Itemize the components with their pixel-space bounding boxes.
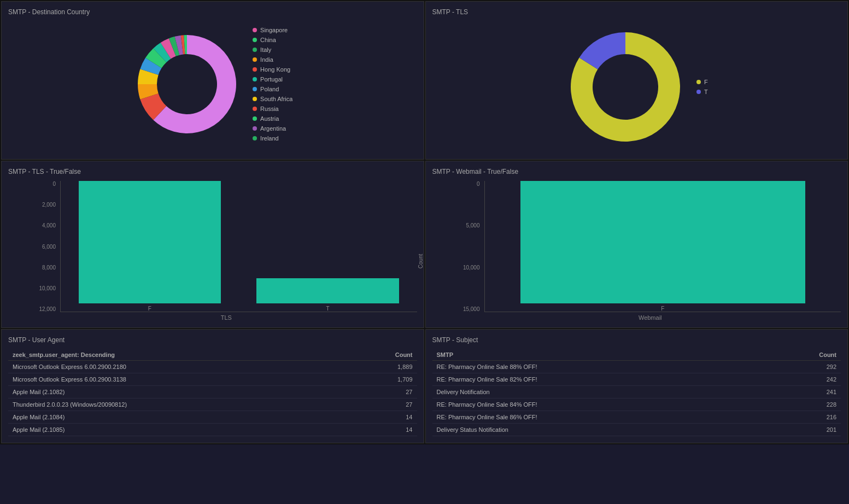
user-agent-label: Apple Mail (2.1084) <box>8 411 346 424</box>
subject-label: RE: Pharmacy Online Sale 86% OFF! <box>432 411 762 424</box>
destination-country-chart: SingaporeChinaItalyIndiaHong KongPortuga… <box>8 21 417 147</box>
tls-title: SMTP - TLS <box>432 8 841 16</box>
tls-bar-chart-container: 12,000 10,000 8,000 6,000 4,000 2,000 0 … <box>36 181 417 312</box>
table-row: RE: Pharmacy Online Sale 86% OFF!216 <box>432 411 841 424</box>
subject-table-body: RE: Pharmacy Online Sale 88% OFF!292RE: … <box>432 361 841 436</box>
legend-item: F <box>696 79 708 85</box>
table-row: Microsoft Outlook Express 6.00.2900.3138… <box>8 373 417 386</box>
legend-dot <box>253 116 257 121</box>
legend-item: Argentina <box>253 125 292 132</box>
legend-item: Singapore <box>253 27 292 33</box>
webmail-bar-x-label: Webmail <box>460 314 841 321</box>
legend-label: India <box>260 56 273 63</box>
tls-bar-chart-inner: 12,000 10,000 8,000 6,000 4,000 2,000 0 … <box>36 181 417 312</box>
table-row: Microsoft Outlook Express 6.00.2900.2180… <box>8 361 417 373</box>
legend-item: Italy <box>253 46 292 53</box>
user-agent-label: Microsoft Outlook Express 6.00.2900.3138 <box>8 373 346 386</box>
destination-country-panel: SMTP - Destination Country SingaporeChin… <box>1 1 424 160</box>
user-agent-title: SMTP - User Agent <box>8 336 417 344</box>
legend-item: Russia <box>253 106 292 112</box>
webmail-bar-group-f: F <box>485 181 841 312</box>
subject-label: RE: Pharmacy Online Sale 88% OFF! <box>432 361 762 373</box>
user-agent-count: 1,889 <box>346 361 417 373</box>
webmail-bar-chart-container: 15,000 10,000 5,000 0 F <box>460 181 841 312</box>
user-agent-table-header: zeek_smtp.user_agent: Descending Count <box>8 349 417 361</box>
user-agent-label: Apple Mail (2.1082) <box>8 386 346 398</box>
tls-bar-f <box>79 181 221 303</box>
legend-label: Ireland <box>260 135 279 142</box>
legend-label: Singapore <box>260 27 288 33</box>
webmail-bar-chart-outer: Count 15,000 10,000 5,000 0 F <box>432 181 841 321</box>
legend-label: Italy <box>260 46 271 53</box>
table-row: Apple Mail (2.1085)14 <box>8 424 417 436</box>
user-agent-panel: SMTP - User Agent zeek_smtp.user_agent: … <box>1 329 424 443</box>
tls-bar-panel: SMTP - TLS - True/False Count 12,000 10,… <box>1 161 424 328</box>
subject-title: SMTP - Subject <box>432 336 841 344</box>
legend-dot <box>253 28 257 32</box>
legend-label: Portugal <box>260 76 283 83</box>
legend-dot <box>253 97 257 101</box>
legend-item: Poland <box>253 86 292 92</box>
user-agent-count: 27 <box>346 398 417 411</box>
table-row: Delivery Notification241 <box>432 386 841 398</box>
subject-label: RE: Pharmacy Online Sale 84% OFF! <box>432 398 762 411</box>
tls-bar-t-label: T <box>326 306 330 312</box>
legend-dot <box>253 107 257 111</box>
subject-col1-header: SMTP <box>432 349 762 361</box>
user-agent-label: Microsoft Outlook Express 6.00.2900.2180 <box>8 361 346 373</box>
legend-label: China <box>260 37 276 43</box>
user-agent-table-body: Microsoft Outlook Express 6.00.2900.2180… <box>8 361 417 436</box>
subject-count: 241 <box>762 386 841 398</box>
subject-label: Delivery Notification <box>432 386 762 398</box>
legend-dot <box>253 67 257 72</box>
legend-label: Austria <box>260 115 279 122</box>
tls-bars-area: F T <box>60 181 417 312</box>
table-row: RE: Pharmacy Online Sale 82% OFF!242 <box>432 373 841 386</box>
destination-country-legend: SingaporeChinaItalyIndiaHong KongPortuga… <box>253 27 292 142</box>
tls-donut <box>565 27 686 147</box>
legend-item: Portugal <box>253 76 292 83</box>
legend-label: Argentina <box>260 125 286 132</box>
tls-chart: FT <box>432 21 841 153</box>
legend-item: South Africa <box>253 96 292 102</box>
user-agent-label: Thunderbird 2.0.0.23 (Windows/20090812) <box>8 398 346 411</box>
tls-bar-chart-outer: Count 12,000 10,000 8,000 6,000 4,000 2,… <box>8 181 417 321</box>
webmail-bar-f <box>520 181 805 303</box>
webmail-bar-y-axis: 15,000 10,000 5,000 0 <box>460 181 484 312</box>
legend-item: India <box>253 56 292 63</box>
subject-count: 216 <box>762 411 841 424</box>
webmail-bar-panel: SMTP - Webmail - True/False Count 15,000… <box>425 161 848 328</box>
tls-bar-group-f: F <box>61 181 239 312</box>
legend-dot <box>696 90 701 94</box>
destination-country-donut <box>132 30 242 139</box>
legend-item: Hong Kong <box>253 66 292 73</box>
subject-count: 201 <box>762 424 841 436</box>
webmail-bar-chart-inner: 15,000 10,000 5,000 0 F <box>460 181 841 312</box>
subject-label: RE: Pharmacy Online Sale 82% OFF! <box>432 373 762 386</box>
user-agent-count: 14 <box>346 424 417 436</box>
dashboard: SMTP - Destination Country SingaporeChin… <box>0 0 849 444</box>
legend-label: Russia <box>260 106 279 112</box>
legend-dot <box>253 87 257 91</box>
subject-count: 228 <box>762 398 841 411</box>
legend-label: F <box>704 79 708 85</box>
subject-table: SMTP Count RE: Pharmacy Online Sale 88% … <box>432 349 841 436</box>
tls-bar-f-label: F <box>148 306 151 312</box>
legend-label: South Africa <box>260 96 292 102</box>
subject-label: Delivery Status Notification <box>432 424 762 436</box>
legend-dot <box>696 80 701 84</box>
user-agent-count: 27 <box>346 386 417 398</box>
legend-label: Poland <box>260 86 279 92</box>
tls-panel: SMTP - TLS FT <box>425 1 848 160</box>
user-agent-count: 1,709 <box>346 373 417 386</box>
legend-dot <box>253 48 257 52</box>
tls-bar-y-axis: 12,000 10,000 8,000 6,000 4,000 2,000 0 <box>36 181 60 312</box>
tls-bar-title: SMTP - TLS - True/False <box>8 168 417 175</box>
subject-count: 242 <box>762 373 841 386</box>
user-agent-col1-header: zeek_smtp.user_agent: Descending <box>8 349 346 361</box>
subject-count: 292 <box>762 361 841 373</box>
table-row: Apple Mail (2.1084)14 <box>8 411 417 424</box>
table-row: Delivery Status Notification201 <box>432 424 841 436</box>
tls-bar-group-t: T <box>239 181 417 312</box>
table-row: Thunderbird 2.0.0.23 (Windows/20090812)2… <box>8 398 417 411</box>
